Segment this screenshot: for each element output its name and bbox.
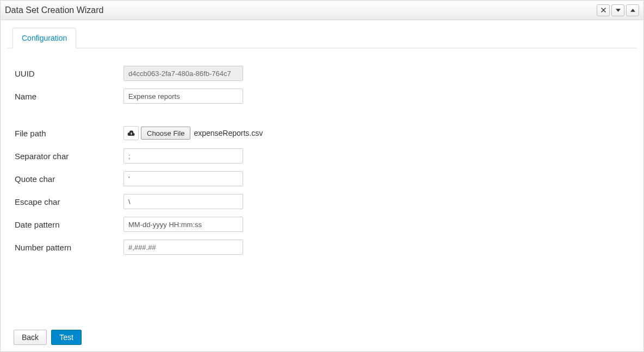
test-button[interactable]: Test <box>51 330 82 345</box>
separator-label: Separator char <box>15 152 123 161</box>
titlebar: Data Set Creation Wizard <box>1 1 643 20</box>
close-icon <box>601 8 606 12</box>
back-button[interactable]: Back <box>14 330 47 345</box>
name-field[interactable] <box>123 89 243 104</box>
row-separator: Separator char <box>15 148 637 164</box>
footer-buttons: Back Test <box>14 330 82 345</box>
wizard-window: Data Set Creation Wizard Configuration <box>0 0 644 352</box>
selected-file-name: expenseReports.csv <box>194 129 263 137</box>
row-date-pattern: Date pattern <box>15 217 637 232</box>
choose-file-button[interactable]: Choose File <box>141 127 190 140</box>
number-pattern-label: Number pattern <box>15 243 123 252</box>
titlebar-controls <box>595 4 639 16</box>
escape-label: Escape char <box>15 197 123 206</box>
close-button[interactable] <box>597 4 610 16</box>
row-escape: Escape char <box>15 194 637 209</box>
quote-field[interactable] <box>123 171 243 186</box>
collapse-button[interactable] <box>626 4 639 16</box>
window-title: Data Set Creation Wizard <box>5 5 595 15</box>
name-label: Name <box>15 92 123 101</box>
caret-down-icon <box>616 9 621 12</box>
row-number-pattern: Number pattern <box>15 240 637 255</box>
escape-field[interactable] <box>123 194 243 209</box>
tabs: Configuration <box>7 28 637 48</box>
number-pattern-field[interactable] <box>123 240 243 255</box>
row-uuid: UUID <box>15 66 637 81</box>
separator-field[interactable] <box>123 148 243 164</box>
row-file-path: File path Choose File expenseReports.csv <box>15 125 637 141</box>
quote-label: Quote char <box>15 174 123 184</box>
file-path-label: File path <box>15 129 123 138</box>
form-area: UUID Name File path <box>7 48 637 262</box>
row-quote: Quote char <box>15 171 637 186</box>
tab-configuration[interactable]: Configuration <box>13 28 76 48</box>
content-area: Configuration UUID Name File path <box>1 20 643 351</box>
dropdown-button[interactable] <box>611 4 624 16</box>
uuid-field <box>123 66 243 81</box>
date-pattern-label: Date pattern <box>15 220 123 229</box>
caret-up-icon <box>630 9 635 12</box>
uuid-label: UUID <box>15 69 123 78</box>
row-name: Name <box>15 89 637 104</box>
upload-button[interactable] <box>123 126 139 140</box>
cloud-upload-icon <box>127 130 135 136</box>
date-pattern-field[interactable] <box>123 217 243 232</box>
